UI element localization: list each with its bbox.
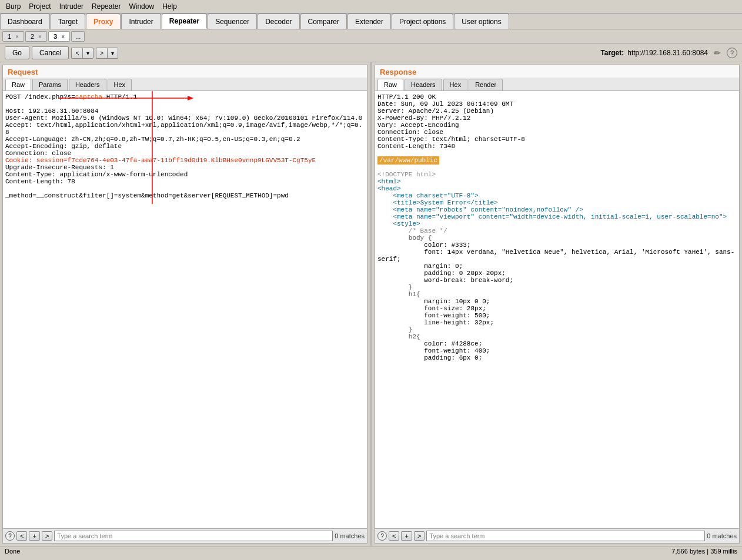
new-tab-button[interactable]: ... [71, 31, 85, 42]
request-search-help-icon[interactable]: ? [5, 531, 15, 541]
main-tab-bar: Dashboard Target Proxy Intruder Repeater… [0, 14, 742, 29]
tab-dashboard[interactable]: Dashboard [0, 14, 50, 29]
response-search-prev-button[interactable]: < [389, 531, 399, 541]
tab-sequencer[interactable]: Sequencer [208, 14, 257, 29]
repeater-tab-1[interactable]: 1 × [2, 31, 24, 42]
menu-intruder[interactable]: Intruder [56, 1, 87, 12]
request-search-add-button[interactable]: + [29, 531, 39, 541]
repeater-toolbar: Go Cancel < ▾ > ▾ Target: http://192.168… [0, 44, 742, 62]
response-search-matches: 0 matches [707, 532, 737, 539]
tab-repeater[interactable]: Repeater [162, 14, 207, 29]
back-button[interactable]: < [71, 48, 82, 59]
menu-bar: Burp Project Intruder Repeater Window He… [0, 0, 742, 14]
response-tab-hex[interactable]: Hex [443, 79, 468, 90]
status-left: Done [5, 548, 20, 555]
response-search-next-button[interactable]: > [414, 531, 425, 541]
status-right: 7,566 bytes | 359 millis [671, 548, 737, 555]
back-nav-group: < ▾ [71, 48, 93, 59]
forward-nav-group: > ▾ [96, 48, 118, 59]
target-label: Target: [600, 49, 624, 57]
response-content[interactable]: HTTP/1.1 200 OK Date: Sun, 09 Jul 2023 0… [375, 91, 739, 528]
close-tab-2-icon[interactable]: × [38, 33, 42, 40]
tab-proxy[interactable]: Proxy [86, 14, 121, 29]
request-search-input[interactable] [54, 531, 333, 541]
forward-dropdown-button[interactable]: ▾ [107, 48, 118, 59]
menu-window[interactable]: Window [125, 1, 158, 12]
request-title: Request [3, 65, 367, 78]
target-help-button[interactable]: ? [727, 48, 737, 58]
request-tabs: Raw Params Headers Hex [3, 78, 367, 91]
back-dropdown-button[interactable]: ▾ [82, 48, 93, 59]
menu-project[interactable]: Project [25, 1, 54, 12]
request-content[interactable]: POST /index.php?s=captcha HTTP/1.1 Host:… [3, 91, 367, 528]
response-search-help-icon[interactable]: ? [377, 531, 387, 541]
request-tab-headers[interactable]: Headers [69, 79, 106, 90]
request-search-matches: 0 matches [335, 532, 365, 539]
svg-marker-1 [188, 96, 193, 100]
response-tabs: Raw Headers Hex Render [375, 78, 739, 91]
close-tab-1-icon[interactable]: × [15, 33, 19, 40]
tab-decoder[interactable]: Decoder [258, 14, 299, 29]
tab-target[interactable]: Target [51, 14, 85, 29]
response-search-input[interactable] [426, 531, 705, 541]
go-button[interactable]: Go [5, 46, 29, 59]
menu-help[interactable]: Help [159, 1, 181, 12]
request-search-next-button[interactable]: > [42, 531, 52, 541]
request-tab-params[interactable]: Params [32, 79, 68, 90]
response-tab-headers[interactable]: Headers [405, 79, 442, 90]
menu-repeater[interactable]: Repeater [88, 1, 124, 12]
response-panel: Response Raw Headers Hex Render HTTP/1.1… [375, 65, 740, 544]
target-info: Target: http://192.168.31.60:8084 ✏ ? [600, 47, 737, 59]
repeater-tab-bar: 1 × 2 × 3 × ... [0, 29, 742, 44]
edit-target-button[interactable]: ✏ [711, 47, 723, 59]
tab-intruder[interactable]: Intruder [121, 14, 161, 29]
target-url: http://192.168.31.60:8084 [627, 49, 708, 57]
response-tab-render[interactable]: Render [469, 79, 503, 90]
tab-extender[interactable]: Extender [347, 14, 391, 29]
close-tab-3-icon[interactable]: × [61, 33, 65, 40]
request-tab-hex[interactable]: Hex [108, 79, 132, 90]
tab-project-options[interactable]: Project options [392, 14, 453, 29]
response-tab-raw[interactable]: Raw [377, 79, 403, 90]
menu-burp[interactable]: Burp [2, 1, 24, 12]
tab-comparer[interactable]: Comparer [300, 14, 347, 29]
response-search-add-button[interactable]: + [401, 531, 412, 541]
response-title: Response [375, 65, 739, 78]
request-search-prev-button[interactable]: < [16, 531, 27, 541]
request-panel: Request Raw Params Headers Hex POST /ind… [2, 65, 367, 544]
cancel-button[interactable]: Cancel [32, 46, 69, 59]
response-search-bar: ? < + > 0 matches [375, 528, 739, 543]
main-content: Request Raw Params Headers Hex POST /ind… [0, 62, 742, 546]
repeater-tab-3[interactable]: 3 × [48, 31, 70, 42]
repeater-tab-2[interactable]: 2 × [25, 31, 47, 42]
tab-user-options[interactable]: User options [454, 14, 509, 29]
panel-divider[interactable] [370, 62, 372, 546]
request-search-bar: ? < + > 0 matches [3, 528, 367, 543]
status-bar: Done 7,566 bytes | 359 millis [0, 546, 742, 556]
forward-button[interactable]: > [96, 48, 107, 59]
request-tab-raw[interactable]: Raw [5, 79, 31, 90]
